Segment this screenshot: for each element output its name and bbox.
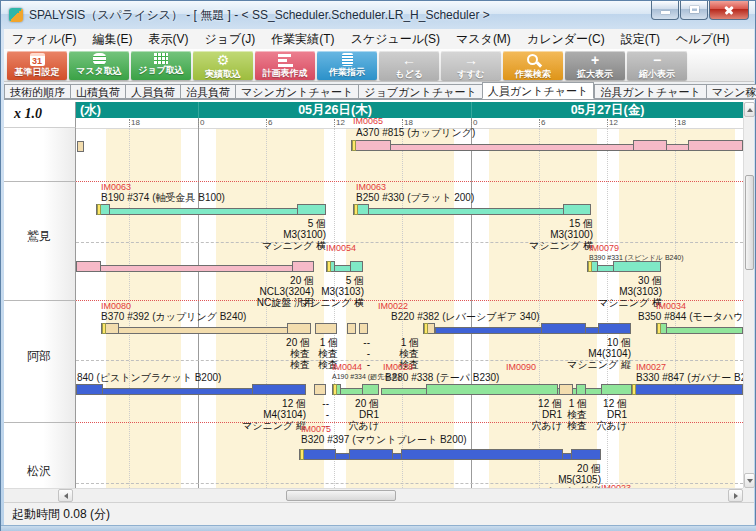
maximize-button[interactable] bbox=[680, 1, 708, 20]
axis-tick-label: 12 bbox=[609, 118, 618, 128]
menu-bar: ファイル(F)編集(E)表示(V)ジョブ(J)作業実績(T)スケジュール(S)マ… bbox=[4, 29, 754, 50]
gantt-bar[interactable] bbox=[315, 323, 337, 334]
task-annotation: 5 個M3(3103)マシニング 横 bbox=[300, 275, 364, 308]
gantt-bar[interactable] bbox=[252, 384, 306, 395]
gantt-bar[interactable] bbox=[559, 384, 573, 395]
menu-item[interactable]: ファイル(F) bbox=[4, 29, 84, 49]
gantt-bar[interactable] bbox=[656, 327, 743, 334]
gantt-bar[interactable] bbox=[314, 384, 326, 395]
vertical-scrollbar[interactable] bbox=[743, 102, 754, 488]
task-annotation-line: マシニング 横 bbox=[598, 297, 662, 308]
task-id-label: IM0027 bbox=[636, 363, 666, 372]
gantt-bar[interactable] bbox=[287, 323, 311, 334]
scroll-right-button[interactable] bbox=[728, 489, 743, 502]
close-button[interactable] bbox=[709, 1, 749, 20]
progress-tick bbox=[97, 204, 101, 215]
forward-button[interactable]: →すすむ bbox=[441, 51, 501, 80]
minimize-button[interactable] bbox=[651, 1, 679, 20]
gantt-bar[interactable] bbox=[101, 327, 311, 334]
toolbar-button-label: 作業指示 bbox=[329, 67, 365, 77]
gantt-bar[interactable] bbox=[631, 384, 743, 395]
gantt-bar[interactable] bbox=[633, 140, 667, 151]
gantt-bar[interactable] bbox=[351, 144, 743, 151]
title-bar[interactable]: SPALYSIS（スパライシス） - [ 無題 ] - < SS_Schedul… bbox=[1, 1, 755, 29]
results-import-button[interactable]: ⚙実績取込 bbox=[193, 51, 253, 80]
gantt-bar[interactable] bbox=[77, 141, 84, 152]
task-annotation-line: M5(3105) bbox=[537, 474, 601, 485]
task-annotation-line: マシニング 横 bbox=[529, 240, 593, 251]
toolbar-button-label: 拡大表示 bbox=[577, 69, 613, 79]
axis-tick-label: 12 bbox=[336, 118, 345, 128]
scroll-down-button[interactable] bbox=[744, 473, 755, 488]
grid-icon bbox=[154, 53, 168, 64]
work-search-button[interactable]: 作業検索 bbox=[503, 51, 563, 80]
gantt-bar[interactable] bbox=[353, 208, 591, 215]
task-annotation-line: 15 個 bbox=[529, 218, 593, 229]
menu-item[interactable]: 編集(E) bbox=[84, 29, 140, 49]
gantt-bar[interactable] bbox=[351, 140, 391, 151]
work-instruction-button[interactable]: 作業指示 bbox=[317, 51, 377, 80]
axis-tick bbox=[198, 119, 199, 127]
gantt-bar[interactable] bbox=[613, 261, 661, 272]
task-annotation-line: 1 個 bbox=[318, 337, 338, 348]
menu-item[interactable]: 設定(T) bbox=[613, 29, 668, 49]
zoom-level: x 1.0 bbox=[4, 102, 76, 128]
task-annotation-line: 5 個 bbox=[262, 218, 326, 229]
tab-6[interactable]: 人員ガントチャート bbox=[482, 82, 595, 99]
gantt-bar[interactable] bbox=[541, 323, 586, 334]
resource-row-divider bbox=[4, 181, 76, 182]
menu-item[interactable]: ヘルプ(H) bbox=[668, 29, 738, 49]
arrow-left-icon: ← bbox=[401, 53, 417, 68]
menu-item[interactable]: 表示(V) bbox=[140, 29, 196, 49]
zoom-in-view-button[interactable]: +拡大表示 bbox=[565, 51, 625, 80]
gantt-bar[interactable] bbox=[76, 261, 101, 272]
tab-2[interactable]: 人員負荷 bbox=[125, 84, 180, 99]
zoom-out-view-button[interactable]: −縮小表示 bbox=[627, 51, 687, 80]
task-annotation-line: DR1 bbox=[597, 409, 627, 420]
back-button[interactable]: ←もどる bbox=[379, 51, 439, 80]
gantt-bar[interactable] bbox=[401, 449, 563, 460]
tab-4[interactable]: マシンガントチャート bbox=[235, 84, 358, 99]
tab-8[interactable]: マシン稼働率 bbox=[706, 84, 756, 99]
gantt-bar[interactable] bbox=[598, 323, 631, 334]
gantt-bar[interactable] bbox=[688, 140, 743, 151]
gantt-bar[interactable] bbox=[299, 449, 336, 460]
horizontal-scroll-thumb[interactable] bbox=[286, 490, 396, 501]
gantt-bar[interactable] bbox=[362, 384, 379, 395]
task-label: B390 #331 (スピンドル B240) bbox=[589, 254, 684, 261]
gantt-bar[interactable] bbox=[292, 261, 314, 272]
tab-0[interactable]: 技術的順序 bbox=[4, 84, 70, 99]
gantt-bar[interactable] bbox=[350, 261, 363, 272]
gantt-bar[interactable] bbox=[563, 204, 591, 215]
task-annotation-line: 穴あけ bbox=[349, 420, 379, 431]
menu-item[interactable]: マスタ(M) bbox=[448, 29, 519, 49]
menu-item[interactable]: スケジュール(S) bbox=[343, 29, 448, 49]
gantt-bar[interactable] bbox=[347, 323, 356, 334]
gantt-bar[interactable] bbox=[426, 384, 558, 395]
scroll-left-button[interactable] bbox=[58, 489, 73, 502]
scroll-up-button[interactable] bbox=[744, 102, 755, 117]
status-bar: 起動時間 0.08 (分) bbox=[4, 502, 754, 525]
gantt-bar[interactable] bbox=[76, 265, 314, 272]
gantt-bar[interactable] bbox=[359, 323, 368, 334]
gantt-bar[interactable] bbox=[96, 208, 326, 215]
master-import-button[interactable]: マスタ取込 bbox=[69, 51, 129, 80]
menu-item[interactable]: ジョブ(J) bbox=[196, 29, 263, 49]
tab-7[interactable]: 治具ガントチャート bbox=[594, 84, 706, 99]
gantt-bar[interactable] bbox=[576, 384, 586, 395]
tab-3[interactable]: 治具負荷 bbox=[180, 84, 235, 99]
menu-item[interactable]: カレンダー(C) bbox=[519, 29, 613, 49]
gantt-bar[interactable] bbox=[76, 384, 103, 395]
tab-1[interactable]: 山積負荷 bbox=[70, 84, 125, 99]
tab-5[interactable]: ジョブガントチャート bbox=[358, 84, 481, 99]
gantt-bar[interactable] bbox=[571, 449, 601, 460]
horizontal-scrollbar[interactable] bbox=[4, 488, 743, 502]
vertical-scroll-thumb[interactable] bbox=[745, 175, 754, 270]
gantt-bar[interactable] bbox=[297, 204, 326, 215]
day-gridline bbox=[471, 118, 472, 488]
job-import-button[interactable]: ジョブ取込 bbox=[131, 51, 191, 80]
create-plan-button[interactable]: 計画表作成 bbox=[255, 51, 315, 80]
base-date-settings-button[interactable]: 31基準日設定 bbox=[7, 51, 67, 80]
menu-item[interactable]: 作業実績(T) bbox=[263, 29, 342, 49]
gantt-bar[interactable] bbox=[349, 449, 393, 460]
